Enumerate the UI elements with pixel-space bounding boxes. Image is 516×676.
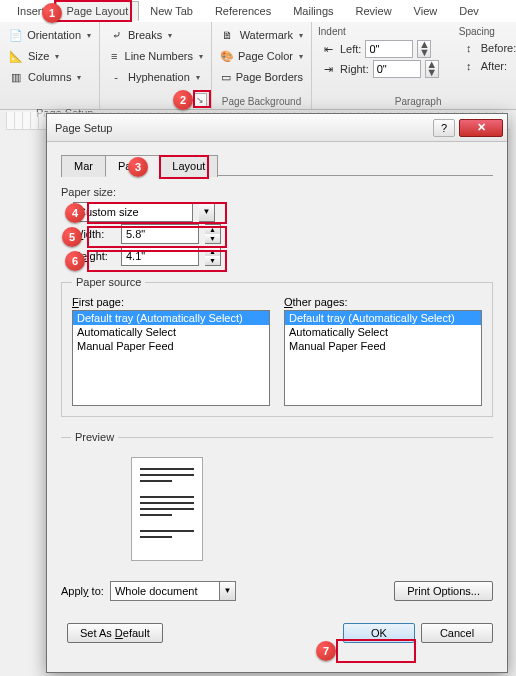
paragraph-group-label: Paragraph <box>318 94 516 107</box>
list-item[interactable]: Default tray (Automatically Select) <box>73 311 269 325</box>
list-item[interactable]: Default tray (Automatically Select) <box>285 311 481 325</box>
apply-to-dropdown-arrow[interactable]: ▼ <box>220 581 236 601</box>
paper-width-spinner[interactable]: ▲▼ <box>205 224 221 244</box>
hyphenation-button[interactable]: -Hyphenation▾ <box>106 68 205 86</box>
dialog-close-button[interactable]: ✕ <box>459 119 503 137</box>
ribbon-tab-view[interactable]: View <box>403 1 449 21</box>
preview-legend: Preview <box>71 431 118 443</box>
columns-icon: ▥ <box>8 69 24 85</box>
list-item[interactable]: Manual Paper Feed <box>285 339 481 353</box>
paper-width-row: Width: ▲▼ <box>73 224 493 244</box>
page-setup-dialog: Page Setup ? ✕ Mar Paper Layout Paper si… <box>46 113 508 673</box>
set-as-default-button[interactable]: Set As Default <box>67 623 163 643</box>
dialog-help-button[interactable]: ? <box>433 119 455 137</box>
spacing-header: Spacing <box>459 26 516 39</box>
indent-right-spinner[interactable]: ▲▼ <box>425 60 439 78</box>
columns-button[interactable]: ▥Columns▾ <box>6 68 93 86</box>
chevron-down-icon: ▾ <box>55 52 59 61</box>
dialog-tab-margins[interactable]: Mar <box>61 155 106 177</box>
ribbon-tab-developer[interactable]: Dev <box>448 1 490 21</box>
ribbon-tab-new-tab[interactable]: New Tab <box>139 1 204 21</box>
paper-source-legend: Paper source <box>72 276 145 288</box>
annotation-badge-6: 6 <box>65 251 85 271</box>
preview-fieldset: Preview <box>61 431 493 571</box>
page-setup-group-left: 📄Orientation▾ 📐Size▾ ▥Columns▾ <box>0 22 100 109</box>
paper-height-spinner[interactable]: ▲▼ <box>205 246 221 266</box>
orientation-button[interactable]: 📄Orientation▾ <box>6 26 93 44</box>
paper-size-row: ▼ <box>73 202 493 222</box>
indent-left-label: Left: <box>340 43 361 55</box>
paper-size-select[interactable] <box>73 202 193 222</box>
chevron-down-icon: ▾ <box>87 31 91 40</box>
other-pages-label: Other pages: <box>284 296 482 308</box>
indent-left-icon: ⇤ <box>320 41 336 57</box>
indent-right-input[interactable] <box>373 60 421 78</box>
line-numbers-label: Line Numbers <box>125 50 193 62</box>
ribbon-tab-strip: Insert Page Layout New Tab References Ma… <box>0 0 516 22</box>
page-borders-icon: ▭ <box>220 69 232 85</box>
spacing-after-icon: ↕ <box>461 58 477 74</box>
print-options-button[interactable]: Print Options... <box>394 581 493 601</box>
spacing-after-label: After: <box>481 60 507 72</box>
watermark-label: Watermark <box>240 29 293 41</box>
dialog-tabs: Mar Paper Layout <box>61 154 493 176</box>
ribbon-body: 📄Orientation▾ 📐Size▾ ▥Columns▾ ⤶Breaks▾ … <box>0 22 516 110</box>
annotation-badge-1: 1 <box>42 3 62 23</box>
list-item[interactable]: Manual Paper Feed <box>73 339 269 353</box>
dialog-tab-layout[interactable]: Layout <box>159 155 218 177</box>
spacing-after-row: ↕After: <box>459 57 516 75</box>
annotation-badge-2: 2 <box>173 90 193 110</box>
paragraph-group: Indent ⇤Left:▲▼ ⇥Right:▲▼ Spacing ↕Befor… <box>312 22 516 109</box>
dialog-button-row: Set As Default OK Cancel <box>47 613 507 655</box>
hyphenation-label: Hyphenation <box>128 71 190 83</box>
page-background-group-label: Page Background <box>218 94 305 107</box>
breaks-button[interactable]: ⤶Breaks▾ <box>106 26 205 44</box>
first-page-label: First page: <box>72 296 270 308</box>
annotation-badge-4: 4 <box>65 203 85 223</box>
paper-width-input[interactable] <box>121 224 199 244</box>
cancel-button[interactable]: Cancel <box>421 623 493 643</box>
annotation-badge-5: 5 <box>62 227 82 247</box>
chevron-down-icon: ▾ <box>299 31 303 40</box>
paper-height-row: Height: ▲▼ <box>73 246 493 266</box>
indent-left-input[interactable] <box>365 40 413 58</box>
ok-button[interactable]: OK <box>343 623 415 643</box>
orientation-icon: 📄 <box>8 27 23 43</box>
orientation-label: Orientation <box>27 29 81 41</box>
line-numbers-icon: ≡ <box>108 48 121 64</box>
list-item[interactable]: Automatically Select <box>73 325 269 339</box>
first-page-listbox[interactable]: Default tray (Automatically Select) Auto… <box>72 310 270 406</box>
indent-left-spinner[interactable]: ▲▼ <box>417 40 431 58</box>
paper-preview <box>131 457 203 561</box>
page-borders-button[interactable]: ▭Page Borders <box>218 68 305 86</box>
page-color-button[interactable]: 🎨Page Color▾ <box>218 47 305 65</box>
other-pages-listbox[interactable]: Default tray (Automatically Select) Auto… <box>284 310 482 406</box>
page-setup-dialog-launcher[interactable]: ↘ <box>193 93 207 107</box>
list-item[interactable]: Automatically Select <box>285 325 481 339</box>
ribbon-tab-mailings[interactable]: Mailings <box>282 1 344 21</box>
apply-to-label: Apply to: <box>61 585 104 597</box>
paper-size-dropdown-arrow[interactable]: ▼ <box>199 202 215 222</box>
annotation-badge-3: 3 <box>128 157 148 177</box>
watermark-button[interactable]: 🗎Watermark▾ <box>218 26 305 44</box>
paper-size-label: Paper size: <box>61 186 493 198</box>
line-numbers-button[interactable]: ≡Line Numbers▾ <box>106 47 205 65</box>
ribbon-tab-references[interactable]: References <box>204 1 282 21</box>
annotation-badge-7: 7 <box>316 641 336 661</box>
ribbon-tab-review[interactable]: Review <box>345 1 403 21</box>
chevron-down-icon: ▾ <box>77 73 81 82</box>
page-color-label: Page Color <box>238 50 293 62</box>
ribbon-tab-page-layout[interactable]: Page Layout <box>56 1 140 21</box>
paper-height-input[interactable] <box>121 246 199 266</box>
chevron-down-icon: ▾ <box>168 31 172 40</box>
dialog-titlebar: Page Setup ? ✕ <box>47 114 507 142</box>
page-setup-group-right: ⤶Breaks▾ ≡Line Numbers▾ -Hyphenation▾ Pa… <box>100 22 212 109</box>
size-button[interactable]: 📐Size▾ <box>6 47 93 65</box>
indent-right-row: ⇥Right:▲▼ <box>318 59 441 79</box>
paper-source-fieldset: Paper source First page: Default tray (A… <box>61 276 493 417</box>
chevron-down-icon: ▾ <box>196 73 200 82</box>
apply-to-select[interactable] <box>110 581 220 601</box>
size-icon: 📐 <box>8 48 24 64</box>
hyphenation-icon: - <box>108 69 124 85</box>
breaks-icon: ⤶ <box>108 27 124 43</box>
